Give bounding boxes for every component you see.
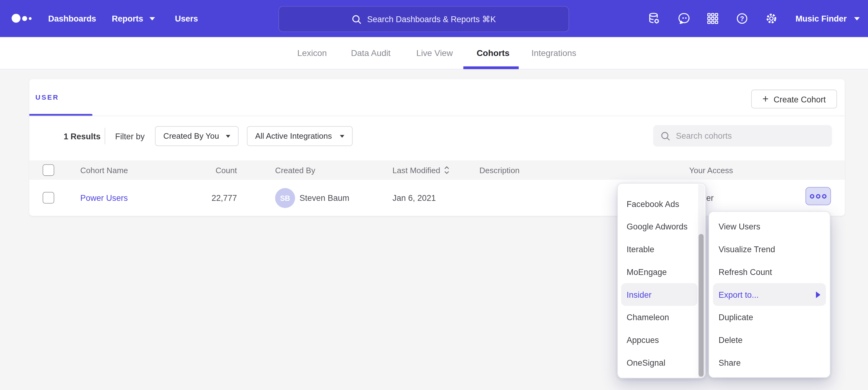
col-last-modified[interactable]: Last Modified — [393, 161, 450, 180]
tab-user-cohorts[interactable]: USER — [35, 94, 59, 101]
submenu-item-google-adwords[interactable]: Google Adwords — [621, 215, 698, 238]
col-created-by[interactable]: Created By — [275, 161, 315, 180]
tab-lexicon[interactable]: Lexicon — [297, 37, 327, 69]
select-all-checkbox[interactable] — [42, 164, 54, 176]
export-submenu: Braze Facebook Ads Google Adwords Iterab… — [617, 183, 706, 378]
col-description[interactable]: Description — [479, 161, 519, 180]
row-checkbox[interactable] — [42, 192, 54, 204]
results-count: 1 Results — [64, 132, 101, 141]
search-placeholder: Search cohorts — [676, 131, 732, 140]
help-icon[interactable]: ? — [732, 0, 752, 37]
divider — [29, 116, 845, 116]
menu-item-view-users[interactable]: View Users — [713, 215, 826, 238]
submenu-item-chameleon[interactable]: Chameleon — [621, 306, 698, 329]
apps-grid-icon[interactable] — [703, 0, 722, 37]
plus-icon: + — [763, 93, 769, 104]
chevron-down-icon — [226, 135, 230, 137]
menu-item-share[interactable]: Share — [713, 351, 826, 374]
sort-icon — [444, 166, 450, 174]
section-tabbar: Lexicon Data Audit Live View Cohorts Int… — [0, 37, 868, 69]
cohorts-card: USER + Create Cohort 1 Results Filter by… — [29, 79, 845, 216]
tab-data-audit[interactable]: Data Audit — [351, 37, 391, 69]
active-tab-underline — [463, 66, 519, 69]
submenu-item-insider[interactable]: Insider — [621, 283, 698, 306]
nav-dashboards[interactable]: Dashboards — [48, 0, 96, 37]
cohort-count: 22,777 — [188, 180, 237, 216]
submenu-item-facebook-ads[interactable]: Facebook Ads — [621, 193, 698, 215]
nav-users[interactable]: Users — [175, 0, 198, 37]
submenu-item-onesignal[interactable]: OneSignal — [621, 351, 698, 374]
submenu-item-moengage[interactable]: MoEngage — [621, 261, 698, 283]
col-count[interactable]: Count — [188, 161, 237, 180]
col-cohort-name[interactable]: Cohort Name — [80, 161, 128, 180]
row-context-menu: View Users Visualize Trend Refresh Count… — [709, 211, 831, 378]
filter-created-by-dropdown[interactable]: Created By You — [155, 126, 239, 146]
submenu-arrow-icon — [816, 291, 820, 298]
search-icon — [660, 131, 671, 140]
project-switcher[interactable]: Music Finder — [795, 0, 859, 37]
top-navbar: Dashboards Reports Users Search Dashboar… — [0, 0, 868, 37]
submenu-scrollbar-thumb[interactable] — [699, 234, 703, 377]
menu-item-visualize-trend[interactable]: Visualize Trend — [713, 238, 826, 261]
tab-cohorts[interactable]: Cohorts — [476, 37, 509, 69]
settings-gear-icon[interactable] — [761, 0, 781, 37]
chevron-down-icon — [149, 17, 155, 20]
global-search-input[interactable]: Search Dashboards & Reports ⌘K — [279, 6, 569, 32]
data-management-icon[interactable] — [644, 0, 664, 37]
ellipsis-icon — [810, 194, 814, 198]
col-your-access[interactable]: Your Access — [689, 161, 733, 180]
chevron-down-icon — [854, 17, 859, 20]
table-row: Power Users 22,777 SB Steven Baum Jan 6,… — [29, 180, 845, 216]
avatar: SB — [275, 188, 295, 208]
row-actions-button[interactable] — [806, 187, 831, 205]
submenu-item-braze[interactable]: Braze — [621, 183, 698, 192]
tab-live-view[interactable]: Live View — [416, 37, 453, 69]
svg-text:?: ? — [740, 15, 744, 23]
menu-item-duplicate[interactable]: Duplicate — [713, 306, 826, 329]
submenu-scrollbar-track[interactable] — [698, 184, 705, 378]
tab-integrations[interactable]: Integrations — [532, 37, 577, 69]
menu-item-export-to[interactable]: Export to... — [713, 283, 826, 306]
feedback-bubble-icon[interactable] — [674, 0, 694, 37]
search-icon — [351, 14, 361, 24]
created-by-name: Steven Baum — [300, 180, 349, 216]
divider — [105, 128, 105, 144]
nav-reports[interactable]: Reports — [112, 0, 155, 37]
filter-integrations-dropdown[interactable]: All Active Integrations — [247, 126, 353, 146]
create-cohort-button[interactable]: + Create Cohort — [751, 90, 837, 108]
submenu-item-iterable[interactable]: Iterable — [621, 238, 698, 261]
filter-by-label: Filter by — [115, 132, 145, 141]
chevron-down-icon — [340, 135, 344, 137]
submenu-item-appcues[interactable]: Appcues — [621, 328, 698, 351]
app-window: Dashboards Reports Users Search Dashboar… — [0, 0, 868, 390]
cohort-name-link[interactable]: Power Users — [80, 180, 128, 216]
last-modified-date: Jan 6, 2021 — [393, 180, 436, 216]
menu-item-delete[interactable]: Delete — [713, 328, 826, 351]
search-cohorts-input[interactable]: Search cohorts — [653, 125, 832, 147]
table-header: Cohort Name Count Created By Last Modifi… — [29, 161, 845, 180]
menu-item-refresh-count[interactable]: Refresh Count — [713, 261, 826, 283]
